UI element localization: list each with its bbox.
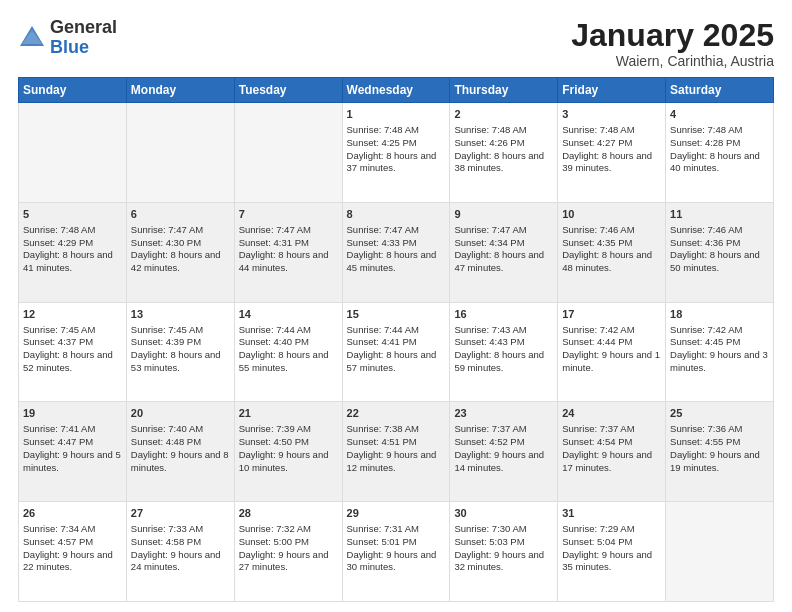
- day-text-line: Daylight: 8 hours and 40 minutes.: [670, 150, 769, 176]
- day-text-line: Sunrise: 7:31 AM: [347, 523, 446, 536]
- day-text-line: Sunrise: 7:48 AM: [347, 124, 446, 137]
- day-text-line: Sunrise: 7:48 AM: [454, 124, 553, 137]
- main-title: January 2025: [571, 18, 774, 53]
- day-text-line: Sunset: 4:51 PM: [347, 436, 446, 449]
- day-text-line: Sunrise: 7:48 AM: [562, 124, 661, 137]
- day-text-line: Daylight: 9 hours and 8 minutes.: [131, 449, 230, 475]
- day-text-line: Sunset: 4:55 PM: [670, 436, 769, 449]
- day-text-line: Sunset: 4:44 PM: [562, 336, 661, 349]
- day-text-line: Sunset: 4:28 PM: [670, 137, 769, 150]
- day-text-line: Sunrise: 7:41 AM: [23, 423, 122, 436]
- day-number: 15: [347, 307, 446, 322]
- day-text-line: Sunrise: 7:29 AM: [562, 523, 661, 536]
- table-row: 25Sunrise: 7:36 AMSunset: 4:55 PMDayligh…: [666, 402, 774, 502]
- day-number: 6: [131, 207, 230, 222]
- day-number: 10: [562, 207, 661, 222]
- table-row: 4Sunrise: 7:48 AMSunset: 4:28 PMDaylight…: [666, 103, 774, 203]
- day-text-line: Sunset: 4:34 PM: [454, 237, 553, 250]
- calendar-header-row: Sunday Monday Tuesday Wednesday Thursday…: [19, 78, 774, 103]
- day-text-line: Sunrise: 7:47 AM: [454, 224, 553, 237]
- day-text-line: Daylight: 8 hours and 53 minutes.: [131, 349, 230, 375]
- table-row: 17Sunrise: 7:42 AMSunset: 4:44 PMDayligh…: [558, 302, 666, 402]
- day-number: 18: [670, 307, 769, 322]
- day-text-line: Daylight: 9 hours and 30 minutes.: [347, 549, 446, 575]
- logo-blue-text: Blue: [50, 37, 89, 57]
- day-text-line: Sunset: 5:03 PM: [454, 536, 553, 549]
- day-text-line: Sunset: 4:26 PM: [454, 137, 553, 150]
- day-text-line: Daylight: 8 hours and 39 minutes.: [562, 150, 661, 176]
- day-text-line: Sunrise: 7:44 AM: [347, 324, 446, 337]
- day-number: 31: [562, 506, 661, 521]
- day-number: 23: [454, 406, 553, 421]
- day-text-line: Daylight: 8 hours and 41 minutes.: [23, 249, 122, 275]
- day-text-line: Daylight: 8 hours and 44 minutes.: [239, 249, 338, 275]
- day-text-line: Sunset: 4:39 PM: [131, 336, 230, 349]
- day-text-line: Daylight: 9 hours and 24 minutes.: [131, 549, 230, 575]
- table-row: 20Sunrise: 7:40 AMSunset: 4:48 PMDayligh…: [126, 402, 234, 502]
- day-text-line: Daylight: 9 hours and 35 minutes.: [562, 549, 661, 575]
- day-number: 12: [23, 307, 122, 322]
- day-number: 17: [562, 307, 661, 322]
- day-text-line: Sunset: 5:04 PM: [562, 536, 661, 549]
- day-text-line: Daylight: 8 hours and 42 minutes.: [131, 249, 230, 275]
- table-row: 1Sunrise: 7:48 AMSunset: 4:25 PMDaylight…: [342, 103, 450, 203]
- table-row: 2Sunrise: 7:48 AMSunset: 4:26 PMDaylight…: [450, 103, 558, 203]
- day-text-line: Sunrise: 7:37 AM: [562, 423, 661, 436]
- day-text-line: Daylight: 8 hours and 59 minutes.: [454, 349, 553, 375]
- day-text-line: Sunrise: 7:46 AM: [562, 224, 661, 237]
- table-row: 8Sunrise: 7:47 AMSunset: 4:33 PMDaylight…: [342, 202, 450, 302]
- table-row: [19, 103, 127, 203]
- calendar-table: Sunday Monday Tuesday Wednesday Thursday…: [18, 77, 774, 602]
- day-text-line: Daylight: 9 hours and 12 minutes.: [347, 449, 446, 475]
- day-text-line: Sunrise: 7:48 AM: [23, 224, 122, 237]
- day-text-line: Sunrise: 7:36 AM: [670, 423, 769, 436]
- table-row: 23Sunrise: 7:37 AMSunset: 4:52 PMDayligh…: [450, 402, 558, 502]
- table-row: 11Sunrise: 7:46 AMSunset: 4:36 PMDayligh…: [666, 202, 774, 302]
- day-text-line: Daylight: 9 hours and 5 minutes.: [23, 449, 122, 475]
- day-number: 7: [239, 207, 338, 222]
- day-text-line: Sunset: 4:36 PM: [670, 237, 769, 250]
- day-text-line: Daylight: 9 hours and 22 minutes.: [23, 549, 122, 575]
- table-row: 18Sunrise: 7:42 AMSunset: 4:45 PMDayligh…: [666, 302, 774, 402]
- day-text-line: Sunset: 4:50 PM: [239, 436, 338, 449]
- day-text-line: Sunset: 4:52 PM: [454, 436, 553, 449]
- calendar-week-row: 1Sunrise: 7:48 AMSunset: 4:25 PMDaylight…: [19, 103, 774, 203]
- col-header-saturday: Saturday: [666, 78, 774, 103]
- day-text-line: Sunrise: 7:43 AM: [454, 324, 553, 337]
- col-header-monday: Monday: [126, 78, 234, 103]
- table-row: 30Sunrise: 7:30 AMSunset: 5:03 PMDayligh…: [450, 502, 558, 602]
- day-text-line: Daylight: 9 hours and 14 minutes.: [454, 449, 553, 475]
- subtitle: Waiern, Carinthia, Austria: [571, 53, 774, 69]
- table-row: 7Sunrise: 7:47 AMSunset: 4:31 PMDaylight…: [234, 202, 342, 302]
- table-row: 9Sunrise: 7:47 AMSunset: 4:34 PMDaylight…: [450, 202, 558, 302]
- day-number: 3: [562, 107, 661, 122]
- table-row: 21Sunrise: 7:39 AMSunset: 4:50 PMDayligh…: [234, 402, 342, 502]
- day-text-line: Sunrise: 7:44 AM: [239, 324, 338, 337]
- table-row: 5Sunrise: 7:48 AMSunset: 4:29 PMDaylight…: [19, 202, 127, 302]
- day-text-line: Sunrise: 7:37 AM: [454, 423, 553, 436]
- day-text-line: Sunset: 5:00 PM: [239, 536, 338, 549]
- table-row: 15Sunrise: 7:44 AMSunset: 4:41 PMDayligh…: [342, 302, 450, 402]
- day-text-line: Sunrise: 7:45 AM: [131, 324, 230, 337]
- calendar-week-row: 26Sunrise: 7:34 AMSunset: 4:57 PMDayligh…: [19, 502, 774, 602]
- day-text-line: Sunrise: 7:47 AM: [239, 224, 338, 237]
- logo-icon: [18, 24, 46, 52]
- day-number: 20: [131, 406, 230, 421]
- day-number: 21: [239, 406, 338, 421]
- day-text-line: Sunrise: 7:47 AM: [347, 224, 446, 237]
- table-row: 3Sunrise: 7:48 AMSunset: 4:27 PMDaylight…: [558, 103, 666, 203]
- day-text-line: Daylight: 8 hours and 48 minutes.: [562, 249, 661, 275]
- page: General Blue January 2025 Waiern, Carint…: [0, 0, 792, 612]
- logo: General Blue: [18, 18, 117, 58]
- day-text-line: Daylight: 9 hours and 1 minute.: [562, 349, 661, 375]
- day-text-line: Sunrise: 7:42 AM: [670, 324, 769, 337]
- day-text-line: Daylight: 8 hours and 57 minutes.: [347, 349, 446, 375]
- table-row: 16Sunrise: 7:43 AMSunset: 4:43 PMDayligh…: [450, 302, 558, 402]
- day-number: 30: [454, 506, 553, 521]
- table-row: 29Sunrise: 7:31 AMSunset: 5:01 PMDayligh…: [342, 502, 450, 602]
- col-header-friday: Friday: [558, 78, 666, 103]
- day-text-line: Sunset: 4:41 PM: [347, 336, 446, 349]
- day-text-line: Sunrise: 7:45 AM: [23, 324, 122, 337]
- day-text-line: Sunset: 4:30 PM: [131, 237, 230, 250]
- day-text-line: Daylight: 8 hours and 47 minutes.: [454, 249, 553, 275]
